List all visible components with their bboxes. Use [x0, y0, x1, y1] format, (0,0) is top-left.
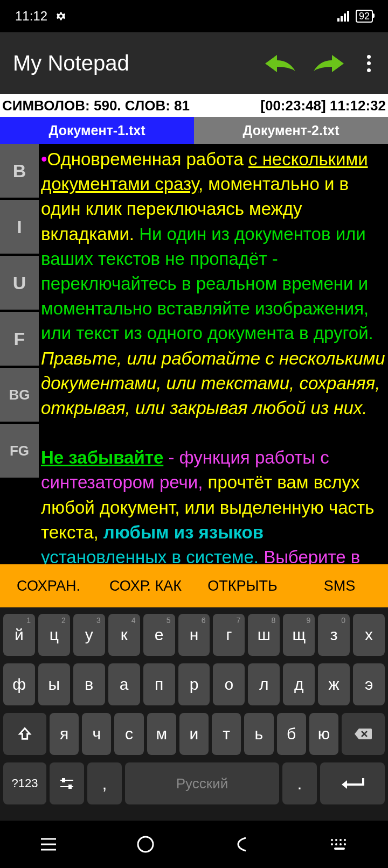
- key-с[interactable]: с: [114, 713, 143, 755]
- key-symbols[interactable]: ?123: [3, 762, 46, 804]
- key-к[interactable]: к4: [108, 614, 140, 656]
- key-ф[interactable]: ф: [3, 663, 35, 705]
- recents-icon[interactable]: [39, 837, 58, 852]
- document-tabs: Документ-1.txt Документ-2.txt: [0, 117, 388, 144]
- system-nav-bar: [0, 821, 388, 868]
- key-space[interactable]: Русский: [125, 762, 279, 804]
- stats-bar: СИМВОЛОВ: 590. СЛОВ: 81 [00:23:48] 11:12…: [0, 94, 388, 117]
- font-button[interactable]: F: [0, 312, 39, 366]
- svg-rect-5: [63, 779, 65, 782]
- open-button[interactable]: ОТКРЫТЬ: [194, 564, 291, 607]
- soft-keyboard: й1ц2у3к4е5н6г7ш8щ9з0х фывапролджэ ячсмит…: [0, 607, 388, 821]
- status-time: 11:12: [15, 9, 47, 24]
- settings-gear-icon: [55, 10, 67, 22]
- key-shift[interactable]: [3, 713, 46, 755]
- key-э[interactable]: э: [353, 663, 385, 705]
- svg-rect-0: [337, 18, 340, 22]
- key-ь[interactable]: ь: [244, 713, 273, 755]
- svg-point-12: [331, 839, 333, 841]
- key-л[interactable]: л: [248, 663, 280, 705]
- editor-textarea[interactable]: •Одновременная работа с несколькими доку…: [39, 144, 388, 564]
- battery-indicator: 92: [356, 10, 373, 23]
- status-bar: 11:12 92: [0, 0, 388, 32]
- key-щ[interactable]: щ9: [283, 614, 315, 656]
- key-е[interactable]: е5: [143, 614, 175, 656]
- svg-point-15: [344, 839, 346, 841]
- bold-button[interactable]: B: [0, 144, 39, 198]
- underline-button[interactable]: U: [0, 256, 39, 310]
- key-ш[interactable]: ш8: [248, 614, 280, 656]
- saveas-button[interactable]: СОХР. КАК: [97, 564, 194, 607]
- svg-point-18: [340, 843, 342, 845]
- key-д[interactable]: д: [283, 663, 315, 705]
- key-comma[interactable]: ,: [87, 762, 122, 804]
- home-icon[interactable]: [136, 835, 155, 854]
- undo-icon[interactable]: [265, 53, 295, 74]
- save-button[interactable]: СОХРАН.: [0, 564, 97, 607]
- signal-icon: [337, 11, 350, 22]
- svg-point-17: [335, 843, 337, 845]
- key-backspace[interactable]: [342, 713, 385, 755]
- key-м[interactable]: м: [147, 713, 176, 755]
- bgcolor-button[interactable]: BG: [0, 368, 39, 422]
- app-title: My Notepad: [13, 51, 129, 75]
- svg-point-16: [331, 843, 333, 845]
- svg-rect-7: [69, 785, 71, 788]
- key-а[interactable]: а: [108, 663, 140, 705]
- key-о[interactable]: о: [213, 663, 245, 705]
- sms-button[interactable]: SMS: [291, 564, 388, 607]
- tab-document-2[interactable]: Документ-2.txt: [194, 117, 388, 144]
- key-ц[interactable]: ц2: [38, 614, 70, 656]
- key-р[interactable]: р: [178, 663, 210, 705]
- key-enter[interactable]: [320, 762, 385, 804]
- key-т[interactable]: т: [212, 713, 241, 755]
- key-з[interactable]: з0: [318, 614, 350, 656]
- key-б[interactable]: б: [277, 713, 306, 755]
- key-ю[interactable]: ю: [309, 713, 338, 755]
- key-и[interactable]: и: [179, 713, 209, 755]
- stats-right: [00:23:48] 11:12:32: [260, 97, 386, 114]
- tab-document-1[interactable]: Документ-1.txt: [0, 117, 194, 144]
- svg-rect-20: [334, 848, 345, 850]
- format-toolbar: B I U F BG FG: [0, 144, 39, 564]
- key-х[interactable]: х: [353, 614, 385, 656]
- key-г[interactable]: г7: [213, 614, 245, 656]
- key-й[interactable]: й1: [3, 614, 35, 656]
- svg-point-11: [138, 837, 153, 852]
- back-icon[interactable]: [233, 835, 252, 854]
- svg-point-19: [344, 843, 346, 845]
- svg-rect-2: [344, 13, 346, 22]
- italic-button[interactable]: I: [0, 200, 39, 254]
- svg-rect-1: [341, 16, 343, 22]
- keyboard-toggle-icon[interactable]: [330, 838, 349, 851]
- app-header: My Notepad: [0, 32, 388, 94]
- key-settings[interactable]: [50, 762, 84, 804]
- key-ы[interactable]: ы: [38, 663, 70, 705]
- key-я[interactable]: я: [50, 713, 79, 755]
- svg-rect-3: [347, 11, 349, 22]
- editor-area: B I U F BG FG •Одновременная работа с не…: [0, 144, 388, 564]
- key-у[interactable]: у3: [73, 614, 105, 656]
- key-н[interactable]: н6: [178, 614, 210, 656]
- key-period[interactable]: .: [282, 762, 317, 804]
- key-в[interactable]: в: [73, 663, 105, 705]
- key-п[interactable]: п: [143, 663, 175, 705]
- svg-point-13: [335, 839, 337, 841]
- redo-icon[interactable]: [314, 53, 344, 74]
- key-ч[interactable]: ч: [82, 713, 111, 755]
- bottom-toolbar: СОХРАН. СОХР. КАК ОТКРЫТЬ SMS: [0, 564, 388, 607]
- svg-point-14: [340, 839, 342, 841]
- fgcolor-button[interactable]: FG: [0, 424, 39, 478]
- key-ж[interactable]: ж: [318, 663, 350, 705]
- stats-left: СИМВОЛОВ: 590. СЛОВ: 81: [2, 97, 190, 114]
- overflow-menu-icon[interactable]: [362, 54, 375, 73]
